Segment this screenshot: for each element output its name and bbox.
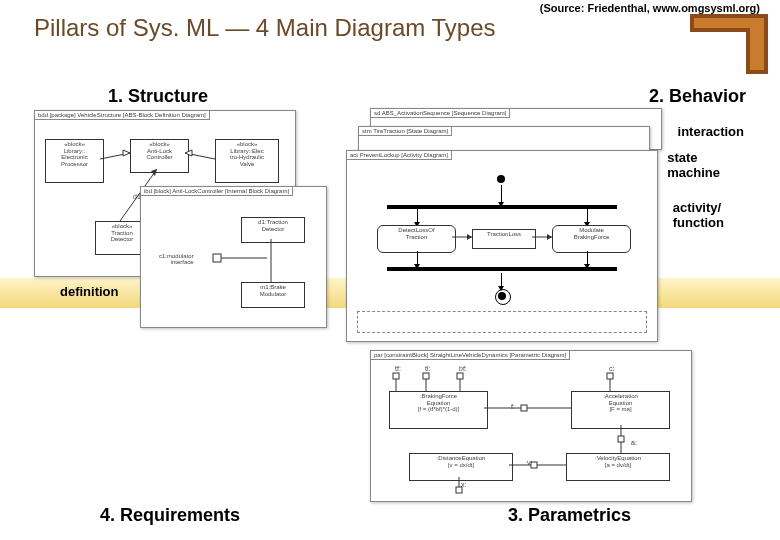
sd-caption: sd ABS_ActivationSequence [Sequence Diag… xyxy=(371,109,510,118)
ibd-frame: ibd [block] Anti-LockController [Interna… xyxy=(140,186,327,328)
section-behavior: 2. Behavior xyxy=(649,86,746,107)
arrow-icon xyxy=(417,251,418,265)
par-connectors xyxy=(371,351,691,501)
svg-rect-24 xyxy=(618,436,624,442)
act-frame: act PreventLockup [Activity Diagram] Det… xyxy=(346,150,658,342)
section-parametrics: 3. Parametrics xyxy=(508,505,631,526)
label-activity-function: activity/ function xyxy=(673,200,724,230)
section-structure: 1. Structure xyxy=(108,86,208,107)
final-node-icon xyxy=(495,289,511,305)
svg-rect-15 xyxy=(457,373,463,379)
ibd-connectors xyxy=(141,187,326,327)
svg-marker-12 xyxy=(547,234,552,240)
join-bar-icon xyxy=(387,267,617,271)
par-frame: par [constraintBlock] StraightLineVehicl… xyxy=(370,350,692,502)
page-title: Pillars of Sys. ML — 4 Main Diagram Type… xyxy=(34,14,495,42)
svg-rect-22 xyxy=(521,405,527,411)
section-requirements: 4. Requirements xyxy=(100,505,240,526)
arrow-icon xyxy=(587,251,588,265)
svg-rect-14 xyxy=(423,373,429,379)
svg-marker-3 xyxy=(185,150,192,156)
svg-rect-16 xyxy=(607,373,613,379)
svg-rect-7 xyxy=(213,254,221,262)
svg-marker-1 xyxy=(123,150,130,156)
source-attribution: (Source: Friedenthal, www.omgsysml.org) xyxy=(540,2,760,14)
decorative-corner-logo xyxy=(690,14,768,74)
svg-rect-13 xyxy=(393,373,399,379)
dashed-region xyxy=(357,311,647,333)
svg-rect-28 xyxy=(456,487,462,493)
svg-rect-26 xyxy=(531,462,537,468)
label-interaction: interaction xyxy=(678,124,744,139)
svg-marker-5 xyxy=(151,169,157,176)
arrow-icon xyxy=(501,273,502,287)
label-definition: definition xyxy=(60,284,119,299)
stm-caption: stm TireTraction [State Diagram] xyxy=(359,127,452,136)
label-state-machine: state machine xyxy=(667,150,720,180)
svg-marker-10 xyxy=(467,234,472,240)
